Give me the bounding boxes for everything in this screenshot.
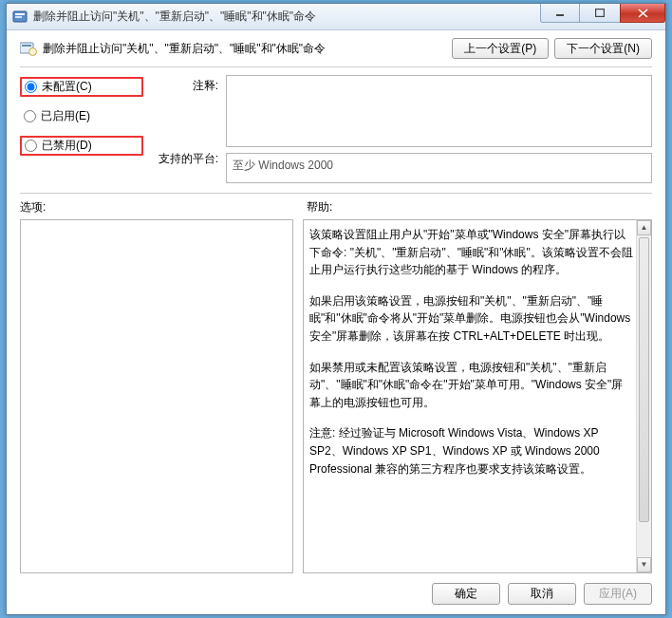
radio-disabled[interactable]: 已禁用(D)	[20, 136, 143, 156]
svg-rect-3	[556, 14, 564, 16]
comment-textarea[interactable]	[226, 75, 652, 147]
dialog-footer: 确定 取消 应用(A)	[20, 573, 652, 605]
window-title: 删除并阻止访问"关机"、"重新启动"、"睡眠"和"休眠"命令	[33, 9, 316, 25]
radio-disabled-input[interactable]	[25, 140, 37, 152]
header-row: 删除并阻止访问"关机"、"重新启动"、"睡眠"和"休眠"命令 上一个设置(P) …	[20, 38, 652, 59]
svg-rect-1	[15, 13, 25, 15]
radio-enabled-input[interactable]	[24, 110, 36, 122]
dialog-content: 删除并阻止访问"关机"、"重新启动"、"睡眠"和"休眠"命令 上一个设置(P) …	[7, 30, 665, 614]
supported-platform-text: 至少 Windows 2000	[233, 159, 333, 172]
cancel-button[interactable]: 取消	[508, 583, 576, 605]
divider	[20, 193, 652, 194]
comment-label: 注释:	[149, 78, 220, 94]
divider	[20, 66, 652, 67]
svg-rect-2	[15, 16, 22, 18]
svg-rect-6	[22, 45, 31, 47]
help-scrollbar[interactable]: ▲ ▼	[636, 220, 651, 572]
previous-setting-button[interactable]: 上一个设置(P)	[452, 38, 549, 59]
svg-rect-4	[596, 9, 605, 17]
policy-icon	[20, 41, 37, 56]
dialog-window: 删除并阻止访问"关机"、"重新启动"、"睡眠"和"休眠"命令 删除并阻止访问"关…	[6, 3, 666, 615]
scroll-down-icon[interactable]: ▼	[637, 557, 651, 572]
ok-button[interactable]: 确定	[432, 583, 500, 605]
policy-title: 删除并阻止访问"关机"、"重新启动"、"睡眠"和"休眠"命令	[43, 41, 446, 57]
radio-not-configured[interactable]: 未配置(C)	[20, 77, 143, 97]
help-header: 帮助:	[307, 199, 332, 215]
panels-header: 选项: 帮助:	[20, 199, 652, 215]
maximize-button[interactable]	[580, 4, 620, 23]
next-setting-button[interactable]: 下一个设置(N)	[554, 38, 652, 59]
help-paragraph: 该策略设置阻止用户从"开始"菜单或"Windows 安全"屏幕执行以下命令: "…	[309, 226, 634, 279]
scroll-up-icon[interactable]: ▲	[637, 220, 651, 235]
titlebar[interactable]: 删除并阻止访问"关机"、"重新启动"、"睡眠"和"休眠"命令	[7, 4, 665, 30]
minimize-button[interactable]	[540, 4, 580, 23]
radio-not-configured-label: 未配置(C)	[42, 79, 92, 95]
field-labels: 注释: 支持的平台:	[149, 75, 220, 167]
state-radio-group: 未配置(C) 已启用(E) 已禁用(D)	[20, 75, 143, 156]
help-paragraph: 如果禁用或未配置该策略设置，电源按钮和"关机"、"重新启动"、"睡眠"和"休眠"…	[309, 359, 634, 412]
platform-label: 支持的平台:	[149, 151, 220, 167]
scroll-thumb[interactable]	[639, 237, 649, 522]
radio-not-configured-input[interactable]	[25, 81, 37, 93]
apply-button[interactable]: 应用(A)	[584, 583, 652, 605]
help-paragraph: 如果启用该策略设置，电源按钮和"关机"、"重新启动"、"睡眠"和"休眠"命令将从…	[309, 292, 634, 346]
options-panel	[20, 219, 293, 573]
field-values: 至少 Windows 2000	[226, 75, 652, 183]
close-button[interactable]	[620, 4, 665, 23]
window-controls	[540, 4, 665, 23]
radio-enabled[interactable]: 已启用(E)	[20, 107, 143, 125]
help-panel: 该策略设置阻止用户从"开始"菜单或"Windows 安全"屏幕执行以下命令: "…	[303, 219, 652, 573]
panels: 该策略设置阻止用户从"开始"菜单或"Windows 安全"屏幕执行以下命令: "…	[20, 219, 652, 573]
options-header: 选项:	[20, 199, 293, 215]
supported-platform-box: 至少 Windows 2000	[226, 153, 652, 183]
help-paragraph: 注意: 经过验证与 Microsoft Windows Vista、Window…	[309, 424, 634, 478]
config-area: 未配置(C) 已启用(E) 已禁用(D) 注释: 支持的平台: 至少 Wind	[20, 75, 652, 183]
policy-app-icon	[12, 9, 28, 25]
svg-point-7	[29, 48, 37, 56]
radio-enabled-label: 已启用(E)	[41, 108, 90, 124]
radio-disabled-label: 已禁用(D)	[42, 138, 92, 154]
